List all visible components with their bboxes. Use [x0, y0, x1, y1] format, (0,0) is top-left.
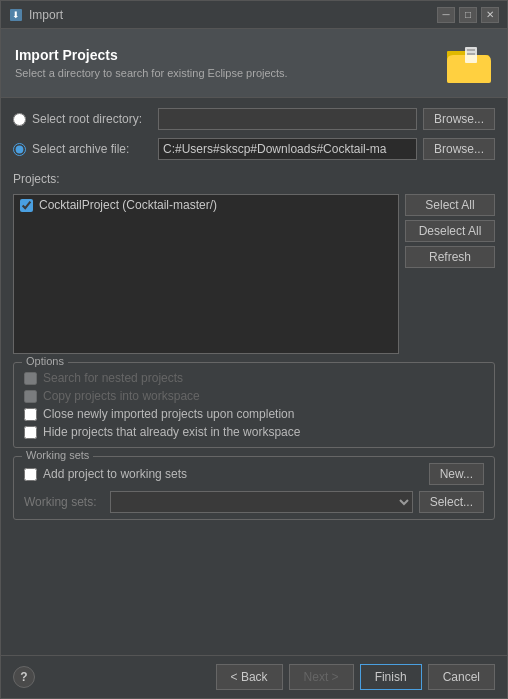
option-close-label: Close newly imported projects upon compl…	[43, 407, 294, 421]
project-checkbox[interactable]	[20, 199, 33, 212]
working-sets-legend: Working sets	[22, 449, 93, 461]
options-group: Options Search for nested projects Copy …	[13, 362, 495, 448]
list-item[interactable]: CocktailProject (Cocktail-master/)	[14, 195, 398, 215]
refresh-button[interactable]: Refresh	[405, 246, 495, 268]
svg-rect-6	[467, 49, 475, 51]
deselect-all-button[interactable]: Deselect All	[405, 220, 495, 242]
header-area: Import Projects Select a directory to se…	[1, 29, 507, 98]
import-window: ⬇ Import ─ □ ✕ Import Projects Select a …	[0, 0, 508, 699]
close-button[interactable]: ✕	[481, 7, 499, 23]
options-legend: Options	[22, 355, 68, 367]
main-content: Select root directory: Browse... Select …	[1, 98, 507, 655]
option-hide-projects: Hide projects that already exist in the …	[24, 423, 484, 441]
radio-root-label[interactable]: Select root directory:	[32, 112, 152, 126]
minimize-button[interactable]: ─	[437, 7, 455, 23]
select-all-button[interactable]: Select All	[405, 194, 495, 216]
back-button[interactable]: < Back	[216, 664, 283, 690]
header-icon	[445, 39, 493, 87]
header-subtitle: Select a directory to search for existin…	[15, 67, 435, 79]
working-sets-select-label: Working sets:	[24, 495, 104, 509]
archive-file-input[interactable]	[158, 138, 417, 160]
option-hide-label: Hide projects that already exist in the …	[43, 425, 300, 439]
option-close-projects: Close newly imported projects upon compl…	[24, 405, 484, 423]
working-sets-select[interactable]	[110, 491, 413, 513]
cancel-button[interactable]: Cancel	[428, 664, 495, 690]
projects-list[interactable]: CocktailProject (Cocktail-master/)	[13, 194, 399, 354]
next-button[interactable]: Next >	[289, 664, 354, 690]
archive-file-row: Select archive file: Browse...	[13, 138, 495, 160]
projects-area: CocktailProject (Cocktail-master/) Selec…	[13, 194, 495, 354]
option-hide-checkbox[interactable]	[24, 426, 37, 439]
title-bar: ⬇ Import ─ □ ✕	[1, 1, 507, 29]
root-directory-input[interactable]	[158, 108, 417, 130]
window-icon: ⬇	[9, 8, 23, 22]
projects-buttons: Select All Deselect All Refresh	[405, 194, 495, 354]
footer-buttons: < Back Next > Finish Cancel	[216, 664, 495, 690]
finish-button[interactable]: Finish	[360, 664, 422, 690]
option-nested-checkbox[interactable]	[24, 372, 37, 385]
browse-archive-button[interactable]: Browse...	[423, 138, 495, 160]
footer: ? < Back Next > Finish Cancel	[1, 655, 507, 698]
option-copy-label: Copy projects into workspace	[43, 389, 200, 403]
add-to-working-sets-label: Add project to working sets	[43, 467, 187, 481]
help-button[interactable]: ?	[13, 666, 35, 688]
option-copy-projects: Copy projects into workspace	[24, 387, 484, 405]
svg-text:⬇: ⬇	[12, 10, 20, 20]
header-title: Import Projects	[15, 47, 435, 63]
radio-archive-file[interactable]	[13, 143, 26, 156]
select-working-set-button[interactable]: Select...	[419, 491, 484, 513]
working-sets-select-row: Working sets: Select...	[24, 491, 484, 513]
radio-root-directory[interactable]	[13, 113, 26, 126]
header-text-block: Import Projects Select a directory to se…	[15, 47, 435, 79]
add-to-working-sets-checkbox[interactable]	[24, 468, 37, 481]
svg-rect-7	[467, 53, 475, 55]
project-item-label: CocktailProject (Cocktail-master/)	[39, 198, 217, 212]
radio-archive-label[interactable]: Select archive file:	[32, 142, 152, 156]
working-sets-add-row: Add project to working sets New...	[24, 463, 484, 485]
option-nested-label: Search for nested projects	[43, 371, 183, 385]
new-working-set-button[interactable]: New...	[429, 463, 484, 485]
option-close-checkbox[interactable]	[24, 408, 37, 421]
option-nested-projects: Search for nested projects	[24, 369, 484, 387]
window-title: Import	[29, 8, 437, 22]
working-sets-group: Working sets Add project to working sets…	[13, 456, 495, 520]
browse-root-button[interactable]: Browse...	[423, 108, 495, 130]
projects-label: Projects:	[13, 172, 495, 186]
option-copy-checkbox[interactable]	[24, 390, 37, 403]
root-directory-row: Select root directory: Browse...	[13, 108, 495, 130]
window-controls: ─ □ ✕	[437, 7, 499, 23]
maximize-button[interactable]: □	[459, 7, 477, 23]
